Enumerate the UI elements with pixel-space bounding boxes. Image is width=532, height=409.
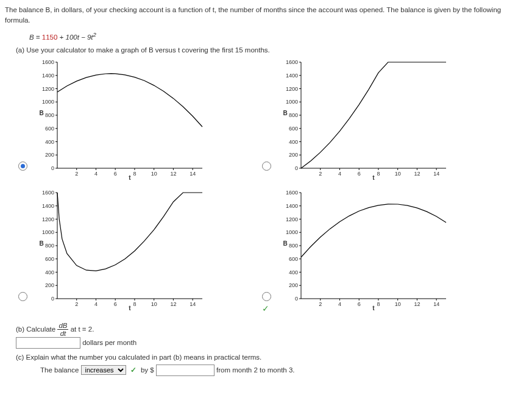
part-a-prompt: (a) Use your calculator to make a graph … bbox=[16, 46, 527, 54]
part-c: (c) Explain what the number you calculat… bbox=[16, 354, 527, 376]
svg-text:8: 8 bbox=[133, 171, 136, 177]
part-b-units: dollars per month bbox=[82, 339, 137, 346]
svg-text:0: 0 bbox=[51, 296, 54, 302]
svg-text:2: 2 bbox=[319, 301, 322, 307]
check-icon: ✓ bbox=[262, 304, 269, 313]
svg-text:1600: 1600 bbox=[286, 59, 298, 65]
graph-radio-1[interactable] bbox=[18, 162, 27, 171]
svg-text:4: 4 bbox=[94, 171, 98, 177]
svg-text:400: 400 bbox=[289, 139, 298, 145]
svg-text:14: 14 bbox=[433, 171, 439, 177]
svg-text:1200: 1200 bbox=[286, 216, 298, 222]
svg-text:1400: 1400 bbox=[286, 73, 298, 79]
svg-text:1600: 1600 bbox=[42, 190, 54, 196]
chart: 020040060080010001200140016002468101214B… bbox=[35, 59, 206, 180]
svg-text:1000: 1000 bbox=[42, 99, 54, 105]
graph-radio-3[interactable] bbox=[18, 292, 27, 301]
svg-text:200: 200 bbox=[289, 152, 298, 158]
svg-text:1200: 1200 bbox=[42, 216, 54, 222]
svg-text:200: 200 bbox=[289, 283, 298, 289]
svg-text:12: 12 bbox=[414, 171, 420, 177]
svg-text:1600: 1600 bbox=[286, 190, 298, 196]
chart: 020040060080010001200140016002468101214B… bbox=[35, 189, 206, 311]
chart: 020040060080010001200140016002468101214B… bbox=[279, 59, 450, 180]
graph-radio-4[interactable] bbox=[262, 292, 271, 301]
svg-text:14: 14 bbox=[433, 301, 439, 307]
part-c-amount-input[interactable] bbox=[156, 365, 215, 376]
svg-text:1200: 1200 bbox=[42, 86, 54, 92]
svg-text:12: 12 bbox=[170, 171, 176, 177]
part-b: (b) Calculate dB dt at t = 2. dollars pe… bbox=[16, 322, 527, 349]
svg-text:0: 0 bbox=[295, 296, 298, 302]
formula-constant: 1150 bbox=[42, 33, 58, 40]
derivative-fraction: dB dt bbox=[57, 322, 68, 337]
svg-text:1200: 1200 bbox=[286, 86, 298, 92]
part-b-answer-input[interactable] bbox=[16, 337, 80, 349]
svg-text:8: 8 bbox=[377, 171, 380, 177]
svg-text:14: 14 bbox=[190, 171, 196, 177]
svg-text:6: 6 bbox=[358, 171, 361, 177]
svg-text:10: 10 bbox=[151, 301, 157, 307]
svg-text:200: 200 bbox=[45, 283, 54, 289]
svg-text:14: 14 bbox=[190, 301, 196, 307]
svg-text:8: 8 bbox=[133, 301, 136, 307]
svg-text:600: 600 bbox=[45, 126, 54, 132]
svg-text:1400: 1400 bbox=[42, 73, 54, 79]
svg-text:t: t bbox=[129, 305, 131, 311]
svg-text:t: t bbox=[129, 174, 131, 180]
intro-paragraph: The balance B, in dollars, of your check… bbox=[5, 5, 527, 26]
formula: B = 1150 + 100t − 9t2 bbox=[29, 31, 527, 41]
svg-text:0: 0 bbox=[295, 165, 298, 171]
svg-text:10: 10 bbox=[395, 301, 401, 307]
svg-text:12: 12 bbox=[170, 301, 176, 307]
svg-text:t: t bbox=[372, 305, 375, 311]
svg-text:800: 800 bbox=[45, 243, 54, 249]
svg-text:400: 400 bbox=[45, 139, 54, 145]
svg-text:12: 12 bbox=[414, 301, 420, 307]
svg-text:600: 600 bbox=[289, 256, 298, 262]
graph-option-1: 020040060080010001200140016002468101214B… bbox=[35, 59, 230, 180]
svg-text:400: 400 bbox=[45, 269, 54, 276]
graph-options-grid: 020040060080010001200140016002468101214B… bbox=[35, 59, 474, 311]
svg-text:10: 10 bbox=[151, 171, 157, 177]
part-c-direction-select[interactable]: increases bbox=[81, 365, 126, 375]
svg-text:400: 400 bbox=[289, 269, 298, 276]
svg-text:4: 4 bbox=[94, 301, 98, 307]
chart: 020040060080010001200140016002468101214B… bbox=[279, 189, 450, 311]
svg-text:B: B bbox=[283, 240, 287, 247]
svg-text:B: B bbox=[283, 110, 287, 116]
svg-text:800: 800 bbox=[289, 112, 298, 118]
svg-text:B: B bbox=[39, 240, 43, 247]
svg-text:800: 800 bbox=[45, 112, 54, 118]
graph-option-2: 020040060080010001200140016002468101214B… bbox=[279, 59, 474, 180]
svg-text:6: 6 bbox=[358, 301, 361, 307]
check-icon: ✓ bbox=[130, 366, 137, 374]
svg-text:t: t bbox=[372, 174, 375, 180]
svg-text:8: 8 bbox=[377, 301, 380, 307]
svg-text:1000: 1000 bbox=[286, 230, 298, 236]
svg-text:1400: 1400 bbox=[42, 203, 54, 209]
graph-radio-2[interactable] bbox=[262, 162, 271, 171]
svg-text:200: 200 bbox=[45, 152, 54, 158]
graph-option-3: 020040060080010001200140016002468101214B… bbox=[35, 189, 230, 311]
svg-text:4: 4 bbox=[338, 171, 341, 177]
svg-text:4: 4 bbox=[338, 301, 341, 307]
svg-text:800: 800 bbox=[289, 243, 298, 249]
svg-text:1000: 1000 bbox=[42, 230, 54, 236]
svg-text:6: 6 bbox=[114, 301, 117, 307]
svg-text:6: 6 bbox=[114, 171, 117, 177]
svg-text:2: 2 bbox=[75, 301, 78, 307]
svg-text:1000: 1000 bbox=[286, 99, 298, 105]
svg-text:B: B bbox=[39, 110, 43, 116]
svg-text:1400: 1400 bbox=[286, 203, 298, 209]
part-c-prompt: (c) Explain what the number you calculat… bbox=[16, 354, 527, 361]
svg-text:1600: 1600 bbox=[42, 59, 54, 65]
graph-option-4: 020040060080010001200140016002468101214B… bbox=[279, 189, 474, 311]
svg-text:2: 2 bbox=[319, 171, 322, 177]
svg-text:10: 10 bbox=[395, 171, 401, 177]
svg-text:2: 2 bbox=[75, 171, 78, 177]
svg-text:600: 600 bbox=[289, 126, 298, 132]
svg-text:0: 0 bbox=[51, 165, 54, 171]
svg-text:600: 600 bbox=[45, 256, 54, 262]
